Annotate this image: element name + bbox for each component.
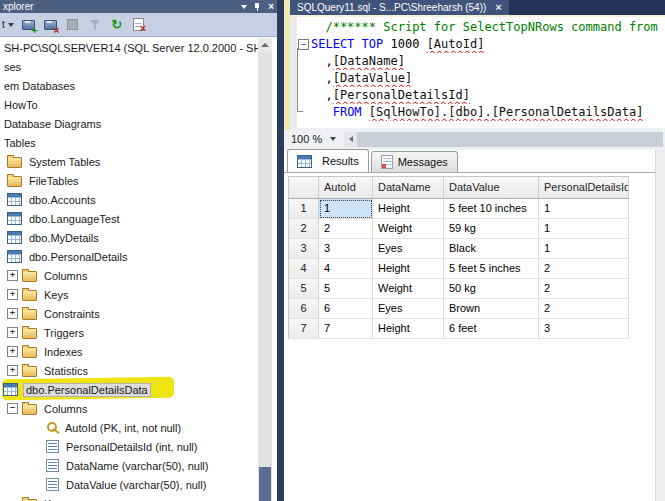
grid-cell[interactable]: Weight [373,279,444,299]
grid-corner-cell[interactable] [289,177,319,199]
column-header-autoid[interactable]: AutoId [319,177,373,199]
grid-cell[interactable]: 3 [539,319,629,339]
column-header-personaldetailsid[interactable]: PersonalDetailsId [539,177,629,199]
grid-cell[interactable]: 2 [539,259,629,279]
object-explorer-scrollbar[interactable] [258,38,272,501]
column-header-dataname[interactable]: DataName [373,177,444,199]
row-number-cell[interactable]: 1 [289,199,319,219]
expand-icon[interactable]: + [7,308,18,319]
grid-cell[interactable]: Height [373,199,444,219]
tab-results[interactable]: Results [287,149,369,172]
grid-cell[interactable]: 2 [319,219,373,239]
results-grid[interactable]: AutoIdDataNameDataValuePersonalDetailsId… [288,176,629,339]
grid-cell[interactable]: 1 [539,239,629,259]
column-header-datavalue[interactable]: DataValue [444,177,539,199]
tab-close-icon[interactable] [495,0,501,15]
row-number-cell[interactable]: 5 [289,279,319,299]
connect-server-button[interactable] [19,16,39,34]
tree-item-howto[interactable]: HowTo [0,95,258,114]
grid-cell[interactable]: 1 [539,219,629,239]
tree-item-dbo-personaldetails[interactable]: dbo.PersonalDetails [0,247,258,266]
tree-item-dbo-accounts[interactable]: dbo.Accounts [0,190,258,209]
tree-item-indexes[interactable]: +Indexes [0,342,258,361]
row-number-cell[interactable]: 7 [289,319,319,339]
grid-cell[interactable]: Brown [444,299,539,319]
object-explorer-tree[interactable]: SH-PC\SQLSERVER14 (SQL Server 12.0.2000 … [0,38,258,501]
expand-icon[interactable]: + [7,270,18,281]
tree-item-k[interactable]: K [0,494,258,501]
tree-item-keys[interactable]: +Keys [0,285,258,304]
grid-cell[interactable]: 1 [539,199,629,219]
object-explorer-title-bar[interactable]: xplorer [0,0,277,13]
connect-dropdown-button[interactable]: t [0,19,18,30]
row-number-cell[interactable]: 3 [289,239,319,259]
grid-cell[interactable]: Height [373,259,444,279]
stop-button[interactable] [63,16,83,34]
sql-editor[interactable]: /****** Script for SelectTopNRows comman… [290,15,665,130]
tree-item-system-tables[interactable]: System Tables [0,152,258,171]
grid-cell[interactable]: 6 [319,299,373,319]
tree-item-dbo-mydetails[interactable]: dbo.MyDetails [0,228,258,247]
tree-item-columns[interactable]: +Columns [0,266,258,285]
grid-cell[interactable]: Weight [373,219,444,239]
code-lines: /****** Script for SelectTopNRows comman… [297,17,665,130]
grid-cell[interactable]: Height [373,319,444,339]
zoom-level[interactable]: 100 % [284,133,322,145]
tree-item-database-diagrams[interactable]: Database Diagrams [0,114,258,133]
tree-item-datavalue-varchar-50-null[interactable]: DataValue (varchar(50), null) [0,475,258,494]
refresh-button[interactable] [107,16,127,34]
grid-cell[interactable]: 2 [539,299,629,319]
expand-icon[interactable]: + [7,346,18,357]
tree-item-filetables[interactable]: FileTables [0,171,258,190]
horizontal-scrollbar[interactable] [357,132,663,147]
tree-item-tables[interactable]: Tables [0,133,258,152]
grid-cell[interactable]: 59 kg [444,219,539,239]
grid-cell[interactable]: 7 [319,319,373,339]
code-token: , [311,88,333,102]
tree-item-constraints[interactable]: +Constraints [0,304,258,323]
tree-item-dbo-personaldetailsdata[interactable]: dbo.PersonalDetailsData [0,380,258,399]
tree-item-dataname-varchar-50-null[interactable]: DataName (varchar(50), null) [0,456,258,475]
expand-icon[interactable]: + [7,365,18,376]
grid-cell[interactable]: 2 [539,279,629,299]
tab-messages[interactable]: Messages [371,151,458,172]
tab-sqlquery11[interactable]: SQLQuery11.sql - S...PC\Shreeharsh (54)) [290,0,509,15]
tree-item-dbo-languagetest[interactable]: dbo.LanguageTest [0,209,258,228]
tree-item-autoid-pk-int-not-null[interactable]: AutoId (PK, int, not null) [0,418,258,437]
zoom-dropdown-icon[interactable] [330,137,336,141]
scrollbar-thumb[interactable] [259,467,271,501]
stop-script-button[interactable] [129,16,149,34]
collapse-icon[interactable]: − [7,403,18,414]
close-icon[interactable] [268,0,274,13]
pin-icon[interactable] [254,3,261,11]
tree-item-triggers[interactable]: +Triggers [0,323,258,342]
grid-cell[interactable]: 5 feet 5 inches [444,259,539,279]
tree-item-columns[interactable]: −Columns [0,399,258,418]
scroll-left-button[interactable] [344,132,357,147]
grid-cell[interactable]: 50 kg [444,279,539,299]
grid-cell-selected[interactable]: 1 [319,199,373,219]
results-scrollbar[interactable] [655,150,665,501]
tree-item-sh-pc-sqlserver14-sql-server-12-0-2000-sh[interactable]: SH-PC\SQLSERVER14 (SQL Server 12.0.2000 … [0,38,258,57]
grid-cell[interactable]: 5 feet 10 inches [444,199,539,219]
expand-icon[interactable]: + [7,327,18,338]
tree-item-ses[interactable]: ses [0,57,258,76]
grid-cell[interactable]: 5 [319,279,373,299]
grid-cell[interactable]: 3 [319,239,373,259]
tree-item-personaldetailsid-int-null[interactable]: PersonalDetailsId (int, null) [0,437,258,456]
scroll-up-button[interactable] [258,38,272,52]
grid-cell[interactable]: Black [444,239,539,259]
expand-icon[interactable]: + [7,289,18,300]
grid-cell[interactable]: Eyes [373,299,444,319]
grid-cell[interactable]: 6 feet [444,319,539,339]
row-number-cell[interactable]: 6 [289,299,319,319]
disconnect-server-button[interactable] [41,16,61,34]
tree-item-em-databases[interactable]: em Databases [0,76,258,95]
row-number-cell[interactable]: 4 [289,259,319,279]
filter-button[interactable] [85,16,105,34]
window-position-icon[interactable] [241,5,247,9]
grid-cell[interactable]: 4 [319,259,373,279]
panel-splitter[interactable] [277,0,284,501]
grid-cell[interactable]: Eyes [373,239,444,259]
row-number-cell[interactable]: 2 [289,219,319,239]
